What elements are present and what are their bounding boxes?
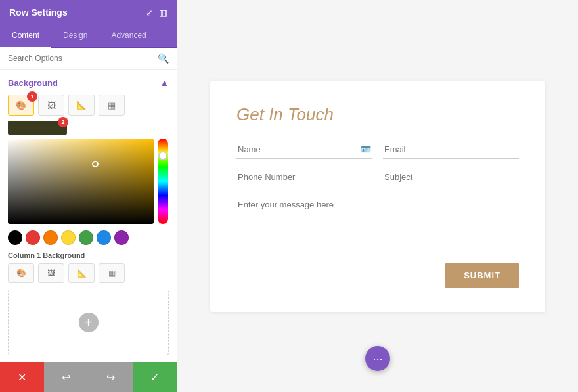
name-icon: 🪪 xyxy=(361,144,371,154)
image-icon: 🖼 xyxy=(47,100,56,110)
expand-icon[interactable]: ⤢ xyxy=(146,7,154,18)
panel-body: Background ▲ 🎨 1 🖼 📐 ▦ ###### 2 xyxy=(0,70,177,362)
badge-1: 1 xyxy=(27,91,37,102)
color-gradient-box[interactable] xyxy=(8,139,154,224)
swatch-yellow[interactable] xyxy=(61,230,76,245)
pattern-type-btn[interactable]: ▦ xyxy=(99,95,125,116)
color-swatches xyxy=(8,230,169,245)
search-input[interactable] xyxy=(8,54,158,63)
form-row-1: 🪪 xyxy=(236,141,519,159)
hex-input-row: ###### 2 xyxy=(8,121,169,135)
form-row-2 xyxy=(236,168,519,186)
panel-header-icons: ⤢ ▥ xyxy=(146,7,167,18)
tab-design[interactable]: Design xyxy=(51,24,99,48)
phone-input[interactable] xyxy=(236,168,372,186)
search-bar: 🔍 xyxy=(0,48,177,70)
add-content-area[interactable]: + xyxy=(8,290,169,355)
save-button[interactable]: ✓ xyxy=(133,362,177,392)
color-type-btn[interactable]: 🎨 1 xyxy=(8,95,34,116)
saturation-thumb[interactable] xyxy=(92,161,99,167)
gradient-type-btn[interactable]: 📐 xyxy=(68,95,95,116)
swatch-orange[interactable] xyxy=(43,230,58,245)
col-bg-label: Column 1 Background xyxy=(8,251,169,259)
type-buttons: 🎨 1 🖼 📐 ▦ xyxy=(8,95,169,116)
hue-slider[interactable] xyxy=(158,139,168,224)
hex-badge: 2 xyxy=(58,117,68,127)
floating-action-button[interactable]: ··· xyxy=(365,346,390,371)
col-type-buttons: 🎨 🖼 📐 ▦ xyxy=(8,263,169,283)
panel-header: Row Settings ⤢ ▥ xyxy=(0,0,177,24)
swatch-purple[interactable] xyxy=(114,230,129,245)
gradient-hue-row xyxy=(8,139,169,224)
message-textarea[interactable] xyxy=(236,196,519,248)
form-card: Get In Touch 🪪 SUBMIT xyxy=(210,81,545,312)
submit-button[interactable]: SUBMIT xyxy=(445,263,519,288)
background-section-header: Background ▲ xyxy=(8,77,169,88)
undo-button[interactable]: ↩ xyxy=(44,362,88,392)
color-picker-wrapper: ###### 2 xyxy=(8,121,169,224)
hue-thumb xyxy=(158,151,167,160)
swatch-red[interactable] xyxy=(26,230,40,245)
tab-advanced[interactable]: Advanced xyxy=(99,24,158,48)
image-type-btn[interactable]: 🖼 xyxy=(38,95,64,116)
floating-icon: ··· xyxy=(372,352,382,366)
undo-icon: ↩ xyxy=(62,371,70,383)
email-input[interactable] xyxy=(383,141,519,159)
right-panel: Get In Touch 🪪 SUBMIT ··· xyxy=(177,0,578,392)
tab-content[interactable]: Content xyxy=(0,24,51,48)
swatch-black[interactable] xyxy=(8,230,22,245)
cancel-icon: ✕ xyxy=(18,371,26,383)
cancel-button[interactable]: ✕ xyxy=(0,362,44,392)
form-row-3 xyxy=(236,196,519,251)
pattern-icon: ▦ xyxy=(108,100,116,110)
subject-input[interactable] xyxy=(383,168,519,186)
gradient-icon: 📐 xyxy=(76,100,87,110)
redo-button[interactable]: ↪ xyxy=(89,362,133,392)
add-icon[interactable]: + xyxy=(79,313,99,332)
save-icon: ✓ xyxy=(150,371,159,383)
columns-icon[interactable]: ▥ xyxy=(159,7,167,18)
search-icon: 🔍 xyxy=(158,53,169,64)
redo-icon: ↪ xyxy=(106,371,115,383)
collapse-icon[interactable]: ▲ xyxy=(160,77,169,88)
form-title: Get In Touch xyxy=(236,104,519,125)
swatch-green[interactable] xyxy=(79,230,93,245)
name-input[interactable] xyxy=(238,144,361,154)
name-field-wrap: 🪪 xyxy=(236,141,372,159)
form-submit-row: SUBMIT xyxy=(236,263,519,288)
tabs-bar: Content Design Advanced xyxy=(0,24,177,48)
col-pattern-btn[interactable]: ▦ xyxy=(99,263,125,283)
col-gradient-btn[interactable]: 📐 xyxy=(68,263,95,283)
swatch-blue[interactable] xyxy=(97,230,111,245)
bottom-bar: ✕ ↩ ↪ ✓ xyxy=(0,362,177,392)
col-image-btn[interactable]: 🖼 xyxy=(38,263,64,283)
left-panel: Row Settings ⤢ ▥ Content Design Advanced… xyxy=(0,0,177,392)
color-icon: 🎨 xyxy=(16,100,26,110)
background-title: Background xyxy=(8,78,58,88)
panel-title: Row Settings xyxy=(9,7,68,18)
col-color-btn[interactable]: 🎨 xyxy=(8,263,34,283)
